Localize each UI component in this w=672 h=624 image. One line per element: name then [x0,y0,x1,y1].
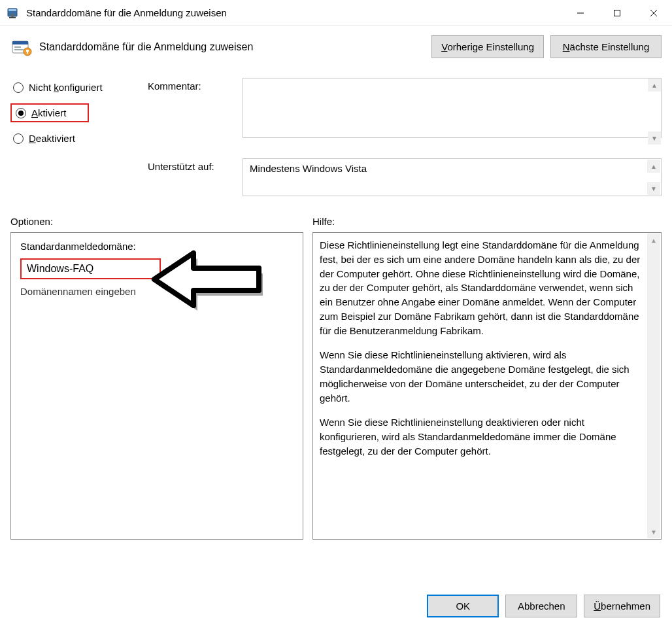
window-title: Standarddomäne für die Anmeldung zuweise… [26,7,562,18]
supported-label: Unterstützt auf: [148,158,243,196]
svg-rect-14 [27,52,28,54]
scroll-down-icon: ▼ [648,131,661,145]
help-scrollbar[interactable]: ▲ ▼ [647,234,660,538]
radio-not-configured-label: Nicht konfiguriert [29,82,103,93]
scroll-up-icon: ▲ [647,234,660,247]
titlebar: Standarddomäne für die Anmeldung zuweise… [0,0,672,26]
options-section-label: Optionen: [10,216,312,227]
comment-textarea[interactable] [243,78,662,138]
cancel-button[interactable]: Abbrechen [505,595,577,617]
svg-rect-1 [8,9,16,11]
minimize-button[interactable] [562,0,599,26]
svg-rect-2 [11,14,14,17]
radio-disabled-label: Deaktiviert [29,133,75,144]
apply-button[interactable]: Übernehmen [584,595,660,617]
window-icon [7,6,21,20]
help-text: Diese Richtlinieneinstellung legt eine S… [313,233,661,539]
help-panel: Diese Richtlinieneinstellung legt eine S… [312,232,662,540]
options-panel: Standardanmeldedomäne: Domänennamen eing… [10,232,303,540]
help-paragraph-2: Wenn Sie diese Richtlinieneinstellung ak… [320,348,644,405]
scroll-up-icon: ▲ [647,160,660,173]
ok-button[interactable]: OK [427,595,499,617]
next-setting-button[interactable]: Nächste Einstellung [550,35,662,58]
help-section-label: Hilfe: [312,216,335,227]
svg-rect-13 [26,50,29,52]
svg-rect-5 [614,10,620,16]
domain-hint: Domänennamen eingeben [20,286,294,297]
supported-box: Mindestens Windows Vista ▲ ▼ [243,158,662,196]
svg-rect-3 [9,17,16,18]
help-paragraph-3: Wenn Sie diese Richtlinieneinstellung de… [320,415,644,458]
state-radio-group: Nicht konfiguriert Aktiviert Deaktiviert [10,78,148,145]
radio-enabled-label: Aktiviert [31,107,66,118]
supported-value: Mindestens Windows Vista [250,163,367,174]
close-button[interactable] [635,0,672,26]
supported-scrollbar[interactable]: ▲ ▼ [647,160,660,195]
svg-rect-10 [14,46,21,48]
scroll-down-icon: ▼ [647,182,660,195]
previous-setting-button[interactable]: Vorherige Einstellung [431,35,544,58]
scroll-down-icon: ▼ [647,525,660,538]
radio-disabled[interactable]: Deaktiviert [10,131,148,145]
domain-input[interactable] [25,262,156,275]
policy-title: Standarddomäne für die Anmeldung zuweise… [39,41,425,53]
scroll-up-icon: ▲ [648,78,661,92]
help-paragraph-1: Diese Richtlinieneinstellung legt eine S… [320,238,644,338]
radio-enabled[interactable]: Aktiviert [10,103,89,122]
comment-scrollbar[interactable]: ▲ ▼ [648,78,661,145]
domain-field-label: Standardanmeldedomäne: [20,241,294,252]
policy-icon [10,36,33,58]
radio-not-configured[interactable]: Nicht konfiguriert [10,80,148,94]
svg-rect-9 [12,41,28,44]
maximize-button[interactable] [599,0,635,26]
svg-rect-11 [14,49,24,50]
comment-label: Kommentar: [148,78,243,145]
